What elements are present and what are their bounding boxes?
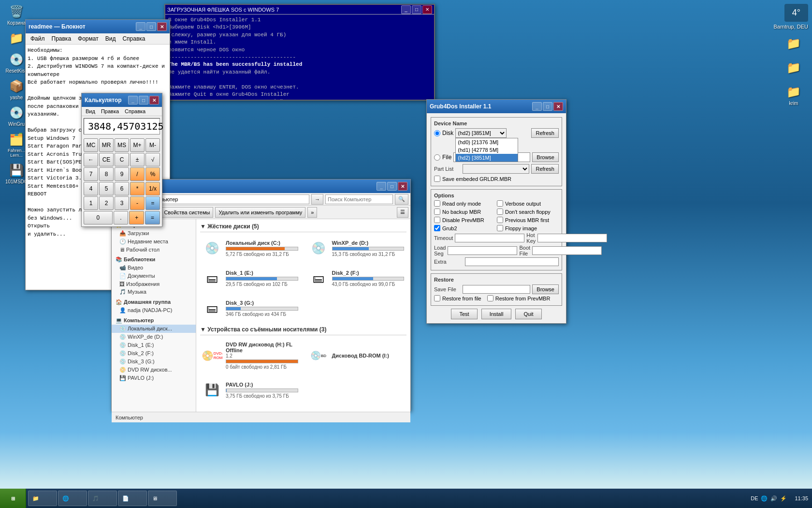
taskbar-item-mediaplayer[interactable]: 🎵 [88, 491, 117, 506]
grub-dropdown-item-0[interactable]: (hd0) [21376 3M] [456, 138, 518, 146]
calc-inv-button[interactable]: 1/x [145, 182, 160, 195]
explorer-more-button[interactable]: » [307, 207, 317, 218]
grub-close-button[interactable]: ✕ [553, 102, 563, 111]
calc-mminus-button[interactable]: M- [145, 138, 160, 152]
grub-maximize-button[interactable]: □ [543, 102, 552, 111]
grub-opt-verbose-checkbox[interactable] [497, 200, 503, 207]
disk-item-i[interactable]: 💿BD Дисковод BD-ROM (I:) [306, 339, 407, 372]
calc-2-button[interactable]: 2 [99, 196, 114, 210]
grub-restore-file-checkbox[interactable] [434, 295, 440, 301]
calc-minus-button[interactable]: - [130, 196, 145, 210]
calc-equals-button[interactable]: = [145, 196, 160, 210]
explorer-go-button[interactable]: → [311, 194, 323, 205]
calc-close-button[interactable]: ✕ [149, 96, 159, 105]
sidebar-libraries-header[interactable]: 📚 Библиотеки [112, 255, 196, 264]
calc-maximize-button[interactable]: □ [139, 96, 148, 105]
grub-disk-radio[interactable] [434, 130, 440, 136]
calc-9-button[interactable]: 9 [115, 167, 129, 181]
disk-item-g[interactable]: 🖴 Disk_3 (G:) 346 ГБ свободно из 434 ГБ [200, 296, 301, 320]
notepad-menu-format[interactable]: Формат [75, 34, 102, 43]
calc-plus-button[interactable]: + [129, 211, 144, 224]
taskbar-item-app1[interactable]: 📄 [118, 491, 147, 506]
calc-div-button[interactable]: / [130, 167, 145, 181]
grub-opt-disableprev-checkbox[interactable] [434, 217, 440, 223]
notepad-menu-view[interactable]: Вид [102, 34, 119, 43]
grub-dropdown-item-1[interactable]: (hd1) [42778 5M] [456, 146, 518, 154]
taskbar-item-ie[interactable]: 🌐 [58, 491, 87, 506]
explorer-search-button[interactable]: 🔍 [395, 194, 408, 205]
grub-install-button[interactable]: Install [481, 309, 512, 319]
disk-item-c[interactable]: 💿 Локальный диск (C:) 5,72 ГБ свободно и… [200, 236, 301, 260]
desktop-icon-folder-right[interactable]: 📁 [779, 34, 808, 54]
grub-refresh-disk-button[interactable]: Refresh [531, 128, 559, 138]
grub-opt-floppy-checkbox[interactable] [497, 225, 503, 231]
grub-test-button[interactable]: Test [451, 309, 477, 319]
sidebar-item-nadja[interactable]: 👤 nadja (NADJA-PC) [112, 306, 196, 314]
grub-dropdown-item-2[interactable]: (hd2) [3851M] [456, 154, 518, 162]
sidebar-item-disk2[interactable]: 💿 Disk_2 (F:) [112, 349, 196, 358]
disk-item-h[interactable]: 📀DVD-ROM DVD RW дисковод (H:) FL Offline… [200, 339, 301, 372]
calc-mc-button[interactable]: MC [84, 138, 98, 152]
grub-hotkey-input[interactable] [537, 234, 607, 242]
cmd-close-button[interactable]: ✕ [422, 5, 432, 14]
calc-menu-edit[interactable]: Правка [99, 108, 121, 115]
notepad-menu-file[interactable]: Файл [28, 34, 48, 43]
sidebar-item-winxp[interactable]: 💿 WinXP_de (D:) [112, 333, 196, 341]
sidebar-item-recent[interactable]: 🕐 Недавние места [112, 238, 196, 246]
sidebar-item-desktop[interactable]: 🖥 Рабочий стол [112, 246, 196, 254]
grub-browse-file-button[interactable]: Browse [532, 152, 559, 162]
sidebar-item-disk3[interactable]: 💿 Disk_3 (G:) [112, 358, 196, 366]
sidebar-item-downloads[interactable]: 📥 Загрузки [112, 229, 196, 238]
explorer-address-input[interactable] [148, 194, 310, 204]
grub-refresh-part-button[interactable]: Refresh [531, 164, 559, 174]
grub-browse-save-button[interactable]: Browse [532, 284, 559, 294]
sidebar-item-pavlo[interactable]: 💾 PAVLO (J:) [112, 374, 196, 382]
notepad-menu-edit[interactable]: Правка [49, 34, 74, 43]
calc-dot-button[interactable]: . [114, 211, 129, 224]
calc-pct-button[interactable]: % [145, 167, 160, 181]
calc-back-button[interactable]: ← [84, 153, 98, 166]
explorer-close-button[interactable]: ✕ [398, 182, 407, 191]
sidebar-item-dvdrw[interactable]: 📀 DVD RW дисков... [112, 366, 196, 374]
grub-opt-prevfirst-checkbox[interactable] [497, 217, 503, 223]
grub-quit-button[interactable]: Quit [515, 309, 541, 319]
calc-3-button[interactable]: 3 [115, 196, 129, 210]
notepad-menu-help[interactable]: Справка [119, 34, 148, 43]
calc-menu-view[interactable]: Вид [84, 108, 97, 115]
grub-disk-select[interactable]: (hd0) [21376 3M] (hd1) [42778 5M] (hd2) … [455, 128, 507, 138]
disk-item-e[interactable]: 🖴 Disk_1 (E:) 29,5 ГБ свободно из 102 ГБ [200, 266, 301, 290]
grub-savefile-input[interactable] [463, 285, 530, 294]
calc-mul-button[interactable]: * [130, 182, 145, 195]
calc-0-button[interactable]: 0 [84, 211, 113, 224]
explorer-maximize-button[interactable]: □ [387, 182, 397, 191]
calc-c-button[interactable]: C [115, 153, 129, 166]
calc-minimize-button[interactable]: _ [128, 96, 138, 105]
cmd-minimize-button[interactable]: _ [401, 5, 411, 14]
notepad-close-button[interactable]: ✕ [157, 22, 167, 31]
sidebar-item-docs[interactable]: 📄 Документы [112, 272, 196, 280]
grub-file-radio[interactable] [434, 154, 440, 161]
sidebar-computer-header[interactable]: 💻 Компьютер [112, 316, 196, 325]
calc-sqrt-button[interactable]: √ [145, 153, 160, 166]
grub-opt-nosearch-checkbox[interactable] [497, 209, 503, 215]
notepad-minimize-button[interactable]: _ [136, 22, 145, 31]
calc-1-button[interactable]: 1 [84, 196, 98, 210]
calc-ms-button[interactable]: MS [115, 138, 129, 152]
grub-extra-input[interactable] [465, 257, 559, 266]
grub-opt-readonly-checkbox[interactable] [434, 200, 440, 207]
grub-opt-nobackup-checkbox[interactable] [434, 209, 440, 215]
calc-8-button[interactable]: 8 [99, 167, 114, 181]
calc-mr-button[interactable]: MR [99, 138, 114, 152]
disk-item-j[interactable]: 💾 PAVLO (J:) 3,75 ГБ свободно из 3,75 ГБ [200, 378, 301, 402]
cmd-maximize-button[interactable]: □ [412, 5, 421, 14]
calc-7-button[interactable]: 7 [84, 167, 98, 181]
calc-4-button[interactable]: 4 [84, 182, 98, 195]
notepad-maximize-button[interactable]: □ [146, 22, 156, 31]
sidebar-item-disk1[interactable]: 💿 Disk_1 (E:) [112, 341, 196, 349]
grub-minimize-button[interactable]: _ [532, 102, 542, 111]
calc-5-button[interactable]: 5 [99, 182, 114, 195]
disk-item-f[interactable]: 🖴 Disk_2 (F:) 43,0 ГБ свободно из 99,0 Г… [306, 266, 407, 290]
grub-partlist-select[interactable] [463, 164, 529, 174]
taskbar-item-app2[interactable]: 🖥 [148, 491, 177, 506]
grub-bootfile-input[interactable] [532, 246, 602, 255]
